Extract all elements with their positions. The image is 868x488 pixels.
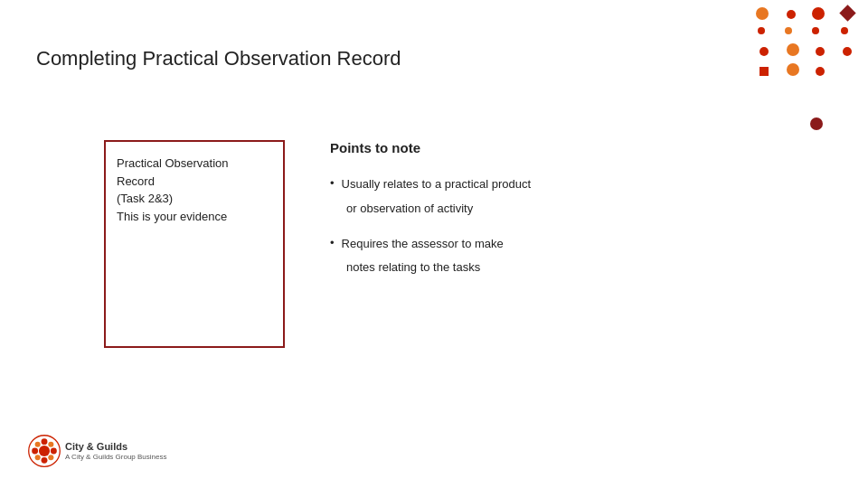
page-title: Completing Practical Observation Record — [36, 47, 401, 70]
decoration-area — [687, 0, 868, 181]
svg-point-3 — [42, 457, 48, 464]
svg-point-6 — [35, 442, 41, 447]
doc-card-line1: Practical Observation — [117, 156, 229, 170]
svg-point-2 — [42, 438, 48, 445]
doc-card-line3: (Task 2&3) — [117, 192, 173, 205]
deco-dot — [816, 67, 825, 76]
svg-point-7 — [48, 442, 53, 447]
bullet-text-1: Usually relates to a practical product — [342, 175, 532, 194]
city-guilds-logo — [27, 434, 61, 468]
deco-dot — [812, 7, 825, 20]
deco-dot — [756, 7, 769, 20]
logo-text: City & Guilds A City & Guilds Group Busi… — [65, 440, 167, 463]
deco-dot — [810, 117, 823, 130]
deco-dot — [785, 27, 792, 34]
doc-card-line4: This is your evidence — [117, 210, 227, 223]
bullet-1-sub: or observation of activity — [346, 200, 531, 219]
bullet-dot-1: • — [330, 176, 335, 190]
svg-point-9 — [48, 455, 53, 460]
bullet-2-sub: notes relating to the tasks — [346, 258, 531, 277]
deco-dot — [841, 27, 848, 34]
deco-dot — [816, 47, 825, 56]
deco-diamond — [839, 5, 855, 21]
logo-name: City & Guilds — [65, 440, 167, 453]
deco-dot — [758, 27, 765, 34]
deco-dot — [787, 10, 796, 19]
deco-dot — [843, 47, 852, 56]
svg-point-4 — [32, 448, 38, 455]
svg-point-8 — [35, 455, 41, 460]
logo-area: City & Guilds A City & Guilds Group Busi… — [27, 434, 167, 468]
svg-point-1 — [39, 446, 50, 456]
points-section: Points to note • Usually relates to a pr… — [330, 140, 531, 294]
logo-tagline: A City & Guilds Group Business — [65, 453, 167, 462]
bullet-item-2: • Requires the assessor to make — [330, 235, 531, 254]
bullet-dot-2: • — [330, 236, 335, 249]
svg-point-5 — [51, 448, 57, 455]
points-title: Points to note — [330, 140, 531, 155]
doc-card-line2: Record — [117, 174, 155, 188]
deco-dot — [812, 27, 819, 34]
bullet-text-2: Requires the assessor to make — [342, 235, 504, 254]
bullet-item-1: • Usually relates to a practical product — [330, 175, 531, 194]
deco-dot — [787, 63, 799, 76]
deco-dot — [787, 43, 799, 56]
deco-square — [760, 67, 769, 76]
doc-card: Practical Observation Record (Task 2&3) … — [104, 140, 285, 348]
deco-dot — [760, 47, 769, 56]
